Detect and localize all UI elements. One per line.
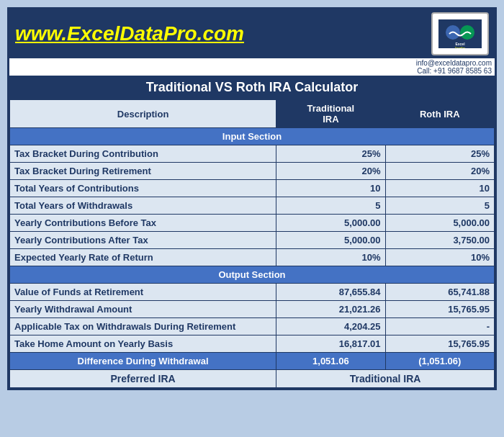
- output-row: Take Home Amount on Yearly Basis 16,817.…: [10, 335, 495, 353]
- row-roth-value: 5: [385, 197, 494, 215]
- row-trad-value: 10: [276, 180, 385, 197]
- row-desc: Total Years of Withdrawals: [10, 197, 276, 215]
- logo-box: Excel DataPro: [431, 12, 489, 55]
- row-desc: Yearly Contributions Before Tax: [10, 215, 276, 232]
- row-desc: Take Home Amount on Yearly Basis: [10, 335, 276, 353]
- diff-roth: (1,051.06): [385, 353, 494, 370]
- output-row: Yearly Withdrawal Amount 21,021.26 15,76…: [10, 301, 495, 318]
- row-roth-value: 10: [385, 180, 494, 197]
- main-table: Description TraditionalIRA Roth IRA Inpu…: [9, 99, 495, 388]
- logo-icon: Excel DataPro: [438, 19, 482, 48]
- row-trad-value: 5,000.00: [276, 215, 385, 232]
- input-section-label: Input Section: [10, 128, 495, 145]
- row-desc: Yearly Contributions After Tax: [10, 232, 276, 249]
- output-section-header: Output Section: [10, 266, 495, 284]
- input-row: Expected Yearly Rate of Return 10% 10%: [10, 249, 495, 266]
- diff-desc: Difference During Withdrawal: [10, 353, 276, 370]
- diff-trad: 1,051.06: [276, 353, 385, 370]
- preferred-value: Traditional IRA: [276, 370, 495, 388]
- row-desc: Yearly Withdrawal Amount: [10, 301, 276, 318]
- row-roth-value: 15,765.95: [385, 301, 494, 318]
- row-trad-value: 16,817.01: [276, 335, 385, 353]
- row-desc: Total Years of Contributions: [10, 180, 276, 197]
- row-roth-value: 20%: [385, 163, 494, 180]
- preferred-row: Preferred IRA Traditional IRA: [10, 370, 495, 388]
- input-row: Tax Bracket During Contribution 25% 25%: [10, 145, 495, 163]
- header-row: www.ExcelDataPro.com Excel DataPro: [9, 9, 495, 58]
- contact-email: info@exceldatapro.com: [416, 59, 492, 67]
- diff-row: Difference During Withdrawal 1,051.06 (1…: [10, 353, 495, 370]
- contact-phone: Call: +91 9687 8585 63: [417, 67, 492, 75]
- output-section-label: Output Section: [10, 266, 495, 284]
- calc-title: Traditional VS Roth IRA Calculator: [9, 76, 495, 99]
- row-trad-value: 25%: [276, 145, 385, 163]
- preferred-label: Preferred IRA: [10, 370, 276, 388]
- row-desc: Applicable Tax on Withdrawals During Ret…: [10, 318, 276, 335]
- input-row: Yearly Contributions Before Tax 5,000.00…: [10, 215, 495, 232]
- input-row: Yearly Contributions After Tax 5,000.00 …: [10, 232, 495, 249]
- row-trad-value: 5: [276, 197, 385, 215]
- contact-info: info@exceldatapro.com Call: +91 9687 858…: [9, 58, 495, 76]
- input-row: Tax Bracket During Retirement 20% 20%: [10, 163, 495, 180]
- row-desc: Tax Bracket During Contribution: [10, 145, 276, 163]
- row-trad-value: 10%: [276, 249, 385, 266]
- col-desc-header: Description: [10, 100, 276, 128]
- col-trad-header: TraditionalIRA: [276, 100, 385, 128]
- row-roth-value: 5,000.00: [385, 215, 494, 232]
- input-row: Total Years of Contributions 10 10: [10, 180, 495, 197]
- row-trad-value: 5,000.00: [276, 232, 385, 249]
- input-section-header: Input Section: [10, 128, 495, 145]
- row-desc: Expected Yearly Rate of Return: [10, 249, 276, 266]
- row-desc: Tax Bracket During Retirement: [10, 163, 276, 180]
- site-url[interactable]: www.ExcelDataPro.com: [15, 22, 431, 45]
- row-trad-value: 20%: [276, 163, 385, 180]
- row-roth-value: 10%: [385, 249, 494, 266]
- row-roth-value: 65,741.88: [385, 284, 494, 301]
- row-roth-value: -: [385, 318, 494, 335]
- row-roth-value: 3,750.00: [385, 232, 494, 249]
- row-trad-value: 21,021.26: [276, 301, 385, 318]
- row-roth-value: 15,765.95: [385, 335, 494, 353]
- row-trad-value: 4,204.25: [276, 318, 385, 335]
- input-row: Total Years of Withdrawals 5 5: [10, 197, 495, 215]
- output-row: Applicable Tax on Withdrawals During Ret…: [10, 318, 495, 335]
- row-trad-value: 87,655.84: [276, 284, 385, 301]
- output-row: Value of Funds at Retirement 87,655.84 6…: [10, 284, 495, 301]
- svg-text:DataPro: DataPro: [455, 46, 466, 48]
- col-roth-header: Roth IRA: [385, 100, 494, 128]
- main-container: www.ExcelDataPro.com Excel DataPro info@…: [7, 7, 497, 390]
- row-roth-value: 25%: [385, 145, 494, 163]
- row-desc: Value of Funds at Retirement: [10, 284, 276, 301]
